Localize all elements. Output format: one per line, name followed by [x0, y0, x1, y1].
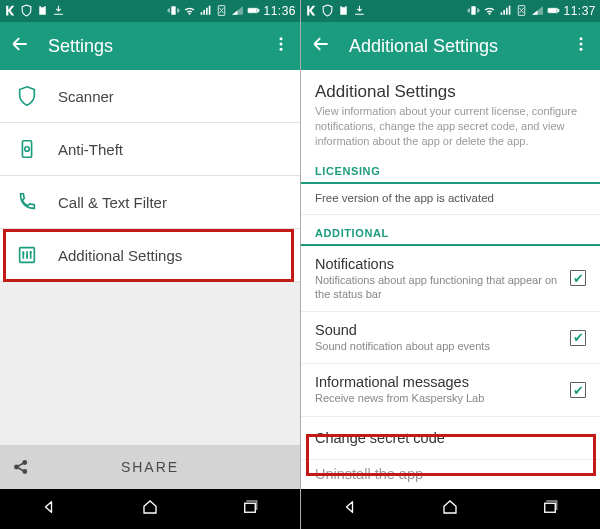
row-change-secret-code[interactable]: Change secret code	[301, 417, 600, 460]
vibrate-icon	[167, 4, 180, 19]
wifi-icon	[183, 4, 196, 19]
page-heading: Additional Settings	[301, 70, 600, 104]
svg-point-13	[15, 465, 18, 468]
appbar-title: Additional Settings	[349, 36, 554, 57]
checkbox[interactable]: ✔	[570, 270, 586, 286]
no-sim-icon	[515, 4, 528, 19]
svg-rect-0	[39, 6, 46, 15]
row-title: Notifications	[315, 256, 560, 272]
settings-item-label: Call & Text Filter	[58, 194, 167, 211]
section-header-licensing: LICENSING	[301, 159, 600, 184]
status-bar: 11:37	[301, 0, 600, 22]
settings-item-scanner[interactable]: Scanner	[0, 70, 300, 123]
nav-recents-button[interactable]	[541, 498, 559, 520]
checkbox[interactable]: ✔	[570, 382, 586, 398]
svg-point-11	[25, 147, 30, 152]
settings-list: Scanner Anti-Theft Call & Text Filter Ad…	[0, 70, 300, 445]
svg-rect-10	[22, 141, 31, 158]
wifi-icon	[483, 4, 496, 19]
signal-icon	[199, 4, 212, 19]
row-subtitle: Sound notification about app events	[315, 339, 560, 353]
status-bar: 11:36	[0, 0, 300, 22]
row-info-messages[interactable]: Informational messages Receive news from…	[301, 364, 600, 416]
battery-icon	[547, 4, 560, 19]
nav-recents-button[interactable]	[241, 498, 259, 520]
licensing-status[interactable]: Free version of the app is activated	[301, 184, 600, 215]
sliders-icon	[16, 244, 38, 266]
shield-icon	[20, 4, 33, 19]
clock: 11:37	[563, 4, 596, 18]
settings-item-label: Additional Settings	[58, 247, 182, 264]
nav-bar	[301, 489, 600, 529]
settings-item-antitheft[interactable]: Anti-Theft	[0, 123, 300, 176]
kaspersky-icon	[4, 4, 17, 19]
svg-point-14	[23, 461, 26, 464]
row-notifications[interactable]: Notifications Notifications about app fu…	[301, 246, 600, 313]
row-title: Change secret code	[315, 430, 586, 446]
screen-additional-settings: 11:37 Additional Settings Additional Set…	[300, 0, 600, 529]
row-sound[interactable]: Sound Sound notification about app event…	[301, 312, 600, 364]
overflow-menu-button[interactable]	[272, 35, 290, 57]
app-bar: Additional Settings	[301, 22, 600, 70]
kaspersky-icon	[305, 4, 318, 19]
settings-item-label: Anti-Theft	[58, 141, 123, 158]
settings-item-additional[interactable]: Additional Settings	[0, 229, 300, 282]
clock: 11:36	[263, 4, 296, 18]
nav-back-button[interactable]	[342, 498, 360, 520]
svg-rect-6	[249, 8, 257, 11]
row-subtitle: Receive news from Kaspersky Lab	[315, 391, 560, 405]
screen-settings: 11:36 Settings Scanner Anti-Theft Call &…	[0, 0, 300, 529]
share-icon	[0, 458, 42, 476]
svg-point-24	[580, 37, 583, 40]
svg-rect-22	[558, 9, 559, 11]
svg-rect-16	[245, 503, 256, 512]
svg-rect-2	[172, 6, 176, 15]
download-icon	[353, 4, 366, 19]
settings-scroll[interactable]: Additional Settings View information abo…	[301, 70, 600, 489]
antitheft-icon	[16, 138, 38, 160]
nav-home-button[interactable]	[441, 498, 459, 520]
row-subtitle: Notifications about app functioning that…	[315, 273, 560, 302]
signal-icon	[499, 4, 512, 19]
scanner-icon	[16, 85, 38, 107]
share-bar[interactable]: SHARE	[0, 445, 300, 489]
nav-back-button[interactable]	[41, 498, 59, 520]
svg-rect-18	[342, 5, 345, 7]
no-sim-icon	[215, 4, 228, 19]
row-title: Informational messages	[315, 374, 560, 390]
download-icon	[52, 4, 65, 19]
svg-point-9	[280, 48, 283, 51]
row-uninstall[interactable]: Uninstall the app	[301, 460, 600, 482]
svg-rect-23	[549, 8, 557, 11]
nav-bar	[0, 489, 300, 529]
clipboard-icon	[337, 4, 350, 19]
settings-item-calltext[interactable]: Call & Text Filter	[0, 176, 300, 229]
svg-rect-5	[258, 9, 259, 11]
signal-icon-2	[231, 4, 244, 19]
svg-point-26	[580, 48, 583, 51]
signal-icon-2	[531, 4, 544, 19]
svg-rect-19	[472, 6, 476, 15]
back-button[interactable]	[311, 34, 331, 58]
svg-point-25	[580, 43, 583, 46]
shield-icon	[321, 4, 334, 19]
svg-rect-27	[545, 503, 556, 512]
svg-rect-17	[340, 6, 347, 15]
overflow-menu-button[interactable]	[572, 35, 590, 57]
settings-item-label: Scanner	[58, 88, 114, 105]
svg-rect-1	[41, 5, 44, 7]
svg-point-7	[280, 37, 283, 40]
checkbox[interactable]: ✔	[570, 330, 586, 346]
share-label: SHARE	[42, 459, 300, 475]
appbar-title: Settings	[48, 36, 254, 57]
clipboard-icon	[36, 4, 49, 19]
svg-point-15	[23, 470, 26, 473]
phone-icon	[16, 191, 38, 213]
back-button[interactable]	[10, 34, 30, 58]
row-title: Sound	[315, 322, 560, 338]
battery-icon	[247, 4, 260, 19]
svg-point-8	[280, 43, 283, 46]
nav-home-button[interactable]	[141, 498, 159, 520]
row-title: Uninstall the app	[315, 466, 586, 482]
vibrate-icon	[467, 4, 480, 19]
